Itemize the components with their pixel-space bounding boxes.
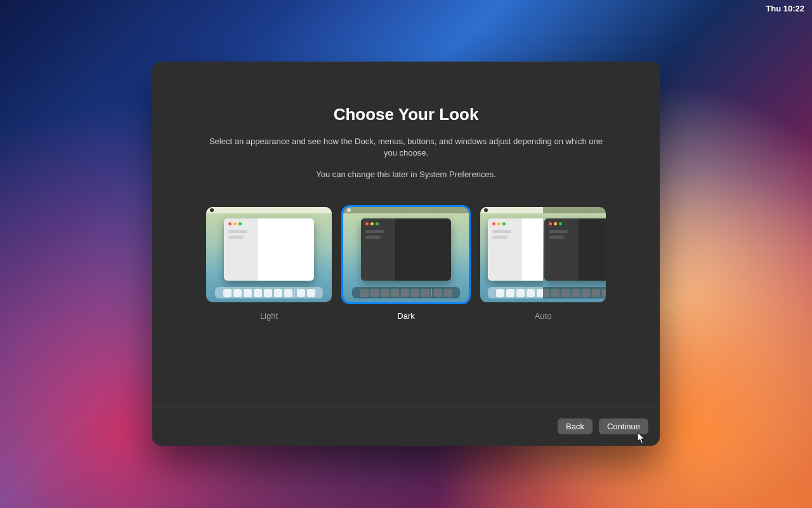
desktop: Thu 10:22 Choose Your Look Select an app… [0, 0, 812, 508]
appearance-thumb-auto [480, 207, 606, 302]
appearance-option-label: Light [260, 311, 278, 321]
dialog-hint: You can change this later in System Pref… [316, 170, 496, 179]
appearance-option-light[interactable]: Light [206, 207, 332, 321]
appearance-options: Light [206, 207, 606, 321]
appearance-option-dark[interactable]: Dark [343, 207, 469, 321]
back-button[interactable]: Back [558, 418, 593, 434]
appearance-setup-dialog: Choose Your Look Select an appearance an… [152, 62, 660, 446]
menubar: Thu 10:22 [758, 0, 812, 17]
continue-button[interactable]: Continue [599, 418, 648, 434]
appearance-option-label: Dark [397, 311, 414, 321]
appearance-option-auto[interactable]: Auto [480, 207, 606, 321]
menubar-clock: Thu 10:22 [766, 4, 804, 13]
dialog-content: Choose Your Look Select an appearance an… [152, 62, 660, 406]
appearance-option-label: Auto [535, 311, 552, 321]
appearance-thumb-light [206, 207, 332, 302]
dialog-title: Choose Your Look [334, 105, 479, 124]
dialog-footer: Back Continue [152, 406, 660, 446]
dialog-subtitle: Select an appearance and see how the Doc… [203, 136, 609, 158]
appearance-thumb-dark [343, 207, 469, 302]
